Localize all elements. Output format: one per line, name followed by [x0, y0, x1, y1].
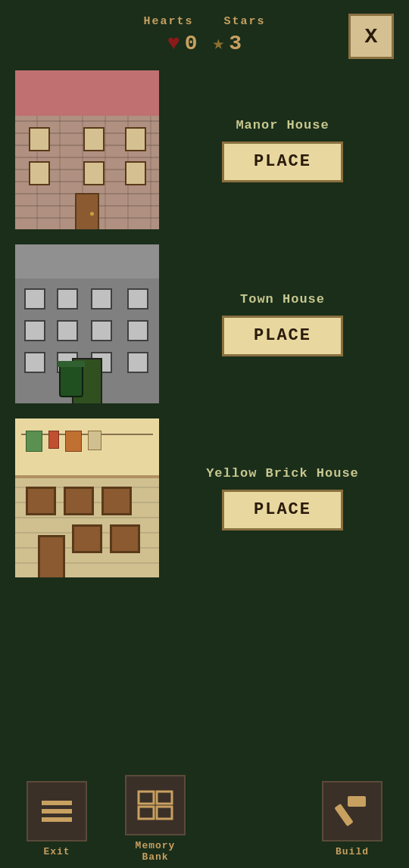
list-item: Manor House PLACE	[15, 70, 394, 229]
header: Hearts Stars ♥ 0 ★ 3 X	[0, 0, 409, 63]
manor-window	[125, 161, 146, 185]
town-window	[24, 320, 45, 341]
manor-window	[29, 161, 50, 185]
yellow-window	[26, 487, 56, 515]
cloth-item	[26, 431, 42, 452]
star-icon: ★	[213, 31, 225, 55]
hearts-label: Hearts	[143, 15, 193, 28]
svg-rect-0	[42, 801, 72, 805]
town-window	[127, 320, 148, 341]
town-window	[91, 288, 112, 310]
heart-icon: ♥	[167, 32, 180, 55]
town-house-place-button[interactable]: PLACE	[222, 316, 343, 356]
list-item: Yellow Brick House PLACE	[15, 418, 394, 577]
yellow-house-info: Yellow Brick House PLACE	[171, 466, 394, 530]
manor-window	[83, 161, 105, 185]
cloth-item	[48, 431, 59, 449]
hearts-value: 0	[185, 32, 198, 55]
cloth-item	[65, 431, 82, 452]
stars-label: Stars	[224, 15, 266, 28]
town-house-info: Town House PLACE	[171, 292, 394, 356]
exit-nav-item[interactable]: Exit	[27, 781, 87, 857]
manor-house-name: Manor House	[236, 118, 329, 132]
town-window	[127, 352, 148, 373]
manor-house-image	[15, 70, 159, 229]
stats-values: ♥ 0 ★ 3	[167, 31, 242, 55]
town-window	[24, 352, 45, 373]
menu-icon	[40, 798, 73, 825]
svg-rect-8	[334, 803, 353, 826]
list-item: Town House PLACE	[15, 244, 394, 403]
build-nav-item[interactable]: Build	[322, 781, 382, 857]
town-house-image	[15, 244, 159, 403]
town-window	[57, 288, 78, 310]
star-group: ★ 3	[213, 31, 242, 55]
hammer-icon	[334, 795, 370, 828]
build-icon-box[interactable]	[322, 781, 382, 842]
yellow-top	[15, 418, 159, 479]
stars-value: 3	[229, 32, 242, 55]
bottom-nav: Exit MemoryBank Build	[0, 770, 409, 868]
town-bin-lid	[58, 361, 85, 367]
town-window	[24, 288, 45, 310]
town-window	[57, 320, 78, 341]
svg-rect-5	[139, 807, 154, 819]
yellow-house-name: Yellow Brick House	[206, 466, 359, 481]
svg-rect-7	[348, 796, 366, 807]
heart-group: ♥ 0	[167, 32, 198, 55]
memory-bank-icon	[137, 790, 173, 820]
cloth-item	[88, 431, 101, 450]
svg-rect-1	[42, 809, 72, 814]
manor-house-info: Manor House PLACE	[171, 118, 394, 182]
town-house-name: Town House	[240, 292, 325, 306]
memory-bank-icon-box[interactable]	[125, 775, 186, 835]
close-button[interactable]: X	[348, 14, 394, 59]
town-bin	[59, 364, 83, 397]
yellow-door	[38, 535, 65, 577]
building-list: Manor House PLACE	[0, 63, 409, 585]
manor-house-place-button[interactable]: PLACE	[222, 142, 343, 182]
town-roof	[15, 244, 159, 282]
yellow-house-image	[15, 418, 159, 577]
svg-rect-3	[139, 792, 154, 804]
memory-bank-label: MemoryBank	[136, 840, 176, 863]
svg-rect-4	[157, 792, 172, 804]
svg-rect-2	[42, 817, 72, 822]
stats-area: Hearts Stars ♥ 0 ★ 3	[143, 15, 265, 55]
exit-icon-box[interactable]	[27, 781, 87, 842]
manor-window	[29, 127, 50, 151]
manor-window	[83, 127, 105, 151]
yellow-window	[110, 524, 140, 553]
memory-bank-nav-item[interactable]: MemoryBank	[125, 775, 186, 863]
stats-labels: Hearts Stars	[143, 15, 265, 28]
yellow-window	[72, 524, 102, 553]
yellow-window	[64, 487, 94, 515]
town-window	[91, 320, 112, 341]
exit-label: Exit	[43, 846, 70, 857]
manor-door-knob	[90, 212, 94, 216]
yellow-window	[101, 487, 132, 515]
manor-door	[75, 193, 99, 229]
manor-window	[125, 127, 146, 151]
yellow-house-place-button[interactable]: PLACE	[222, 490, 343, 530]
svg-rect-6	[157, 807, 172, 819]
build-label: Build	[336, 846, 369, 857]
town-window	[127, 288, 148, 310]
